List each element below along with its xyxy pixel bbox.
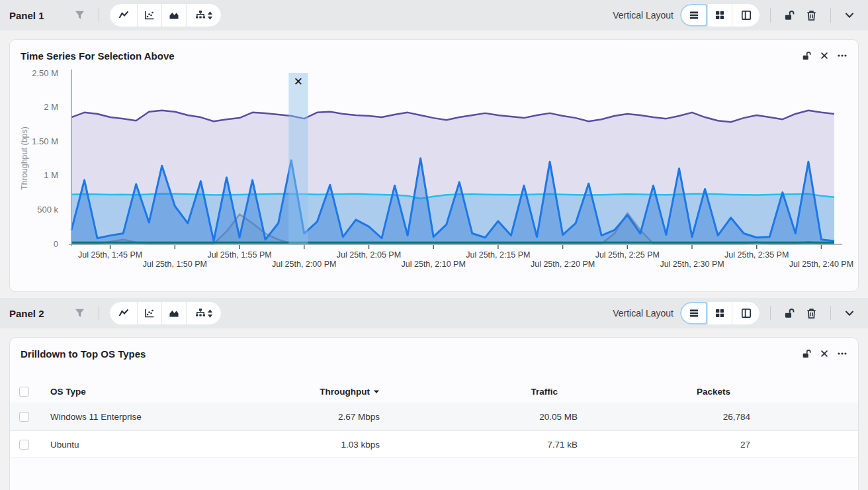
line-chart-button[interactable] [110,302,137,324]
collapse-button[interactable] [842,7,857,23]
unlock-button[interactable] [781,305,798,322]
selection-close-button[interactable]: ✕ [294,75,303,88]
panel-2: Panel 2 Vertical Layout Drilldown to Top… [0,298,868,490]
timeseries-chart[interactable]: ✕0500 k1 M1.50 M2 M2.50 MJul 25th, 1:45 … [10,66,857,273]
unlock-icon [784,10,795,21]
layout-toggle [680,4,760,26]
packets-cell: 26,784 [578,412,750,422]
collapse-button[interactable] [842,305,857,321]
column-header-packets[interactable]: Packets [578,387,750,397]
filter-icon [74,10,85,21]
area-chart-button[interactable] [162,4,186,26]
x-tick-label: Jul 25th, 2:25 PM [595,250,660,260]
trash-icon [806,308,817,319]
panel-layout-button[interactable] [732,4,760,26]
close-icon [820,51,829,60]
packets-cell: 27 [578,440,750,450]
panel-layout-icon [741,308,752,318]
line-chart-button[interactable] [110,4,137,26]
selection-band[interactable] [288,73,308,244]
column-header-throughput[interactable]: Throughput [279,387,380,397]
row-checkbox[interactable] [19,440,29,450]
table-row[interactable]: Windows 11 Enterprise2.67 Mbps20.05 MB26… [10,403,858,430]
rows-layout-icon [689,10,699,21]
grid-layout-button[interactable] [708,4,732,26]
scatter-chart-icon [144,308,155,318]
close-button[interactable] [818,49,831,62]
close-button[interactable] [818,347,831,360]
x-tick-label: Jul 25th, 2:30 PM [660,260,724,269]
scatter-chart-button[interactable] [138,302,161,324]
card-title: Time Series For Selection Above [21,50,175,62]
panel-title: Panel 1 [9,10,56,21]
y-axis-label: Throughput (bps) [20,126,29,190]
divider [830,306,831,320]
panel-1: Panel 1 Vertical Layout Time Series For … [0,0,868,298]
row-checkbox[interactable] [19,412,29,422]
os-type-cell: Ubuntu [50,440,279,450]
hierarchy-icon [195,308,206,318]
filter-icon [74,308,85,318]
panel-2-bar: Panel 2 Vertical Layout [0,298,868,328]
chevron-down-icon [844,308,855,318]
traffic-cell: 7.71 kB [380,440,578,450]
scatter-chart-button[interactable] [138,4,161,26]
timeseries-card-head: Time Series For Selection Above [10,40,858,62]
unlock-button[interactable] [800,49,814,63]
y-tick-label: 1.50 M [32,136,58,146]
more-button[interactable] [835,48,849,63]
filter-button[interactable] [71,305,88,321]
x-tick-label: Jul 25th, 2:20 PM [531,260,595,269]
divider [99,306,99,320]
unlock-icon [784,308,795,319]
y-tick-label: 0 [54,239,58,249]
x-tick-label: Jul 25th, 1:45 PM [78,250,142,260]
more-button[interactable] [835,346,849,361]
x-tick-label: Jul 25th, 2:10 PM [402,260,466,269]
sort-desc-icon [373,389,380,394]
layout-label: Vertical Layout [613,10,673,21]
drilldown-card: Drilldown to Top OS Types OS Type Throug… [9,337,859,490]
y-tick-label: 500 k [37,205,58,215]
drilldown-card-head: Drilldown to Top OS Types [10,338,858,360]
area-chart-button[interactable] [162,302,186,324]
panel-layout-button[interactable] [732,302,760,324]
delete-button[interactable] [803,305,820,322]
divider [770,306,771,320]
rows-layout-button[interactable] [680,302,707,324]
chevron-down-icon [844,10,855,21]
rows-layout-button[interactable] [680,4,707,26]
hierarchy-sort-button[interactable] [187,4,221,26]
divider [830,8,831,23]
grid-layout-button[interactable] [708,302,732,324]
line-chart-icon [118,308,129,318]
sort-arrows-icon [207,309,213,318]
chart-type-toggle [110,4,221,26]
line-chart-icon [118,10,129,21]
unlock-button[interactable] [781,7,798,24]
x-tick-label: Jul 25th, 2:40 PM [789,260,853,269]
divider [99,8,99,23]
layout-label: Vertical Layout [613,308,673,318]
delete-button[interactable] [803,7,820,24]
unlock-button[interactable] [800,347,814,361]
area-chart-icon [169,308,179,318]
chart-type-toggle [110,302,221,324]
x-tick-label: Jul 25th, 2:35 PM [724,250,789,260]
timeseries-card: Time Series For Selection Above ✕0500 k1… [9,39,859,292]
select-all-checkbox[interactable] [19,387,29,397]
os-type-cell: Windows 11 Enterprise [50,412,279,422]
x-tick-label: Jul 25th, 2:00 PM [272,260,336,269]
table-row[interactable]: Ubuntu1.03 kbps7.71 kB27 [10,430,858,458]
hierarchy-sort-button[interactable] [187,302,221,324]
filter-button[interactable] [71,7,88,23]
hierarchy-icon [195,10,206,21]
ellipsis-icon [837,348,847,359]
unlock-icon [802,349,812,359]
column-header-os-type[interactable]: OS Type [50,387,279,397]
close-icon [820,349,829,358]
column-header-traffic[interactable]: Traffic [380,387,578,397]
panel-layout-icon [741,10,752,21]
x-tick-label: Jul 25th, 2:05 PM [337,250,401,260]
throughput-cell: 2.67 Mbps [279,412,380,422]
